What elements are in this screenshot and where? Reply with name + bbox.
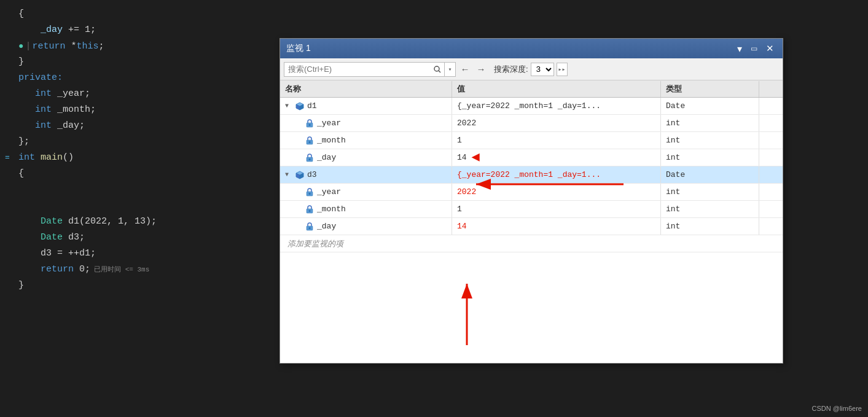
svg-line-1	[439, 71, 440, 72]
code-line: {	[0, 166, 276, 182]
svg-point-0	[434, 66, 439, 71]
d3-value: {_year=2022 _month=1 _day=1...	[452, 166, 661, 183]
lock-icon	[305, 187, 315, 197]
row-name-d1-year: _year	[280, 115, 452, 131]
col-header-name: 名称	[280, 81, 452, 97]
lock-icon	[305, 153, 315, 163]
field-name: _day	[317, 222, 336, 231]
d3-month-value: 1	[452, 201, 661, 217]
table-row[interactable]: _month 1 int	[280, 132, 783, 149]
code-line: }	[0, 54, 276, 70]
table-row[interactable]: _year 2022 int	[280, 184, 783, 201]
code-line: int _year;	[0, 86, 276, 102]
code-line: int _day;	[0, 118, 276, 134]
field-name: _year	[317, 187, 341, 197]
field-name: _day	[317, 153, 336, 162]
svg-rect-11	[309, 158, 311, 160]
d1-value: {_year=2022 _month=1 _day=1...	[452, 98, 661, 114]
watch-window: 监视 1 ▾ ▭ ✕ ▾ ← → 搜索深度: 3 1 2 4 5 ▸▸	[280, 38, 783, 364]
table-row[interactable]: _month 1 int	[280, 201, 783, 218]
svg-rect-21	[309, 227, 311, 229]
add-watch-label: 添加要监视的项	[287, 238, 343, 249]
depth-label: 搜索深度:	[494, 64, 528, 75]
col-header-value: 值	[452, 81, 661, 97]
field-name: _month	[317, 205, 346, 214]
object-icon	[295, 101, 305, 111]
row-name-d3-month: _month	[280, 201, 452, 217]
svg-rect-17	[309, 193, 311, 195]
table-header: 名称 值 类型	[280, 80, 783, 98]
watch-window-title: 监视 1	[286, 43, 311, 54]
watch-titlebar: 监视 1 ▾ ▭ ✕	[280, 39, 783, 58]
expand-button[interactable]: ▸▸	[557, 63, 568, 76]
svg-rect-7	[309, 124, 311, 126]
lock-icon	[305, 222, 315, 232]
d3-name: d3	[307, 170, 317, 179]
depth-select[interactable]: 3 1 2 4 5	[531, 63, 554, 76]
table-row[interactable]: _year 2022 int	[280, 115, 783, 132]
annotation: CSDN @lim6ere	[812, 405, 862, 412]
lock-icon	[305, 119, 315, 128]
pin-button[interactable]: ▾	[735, 42, 745, 55]
row-name-d1: ▼ d1	[280, 98, 452, 114]
table-row[interactable]: _day 14 ◀ int	[280, 149, 783, 166]
back-button[interactable]: ←	[458, 63, 472, 76]
row-name-d1-month: _month	[280, 132, 452, 149]
code-line: Date d1(2022, 1, 13);	[0, 214, 276, 230]
d1-day-type: int	[661, 149, 759, 166]
code-line: int _month;	[0, 102, 276, 118]
code-line: Date d3;	[0, 230, 276, 246]
add-watch-row[interactable]: 添加要监视的项	[280, 235, 783, 252]
table-row[interactable]: _day 14 int	[280, 218, 783, 235]
table-row[interactable]: ▼ d3 {_year=2022 _month=1 _day=1... Date	[280, 166, 783, 184]
forward-button[interactable]: →	[474, 63, 488, 76]
d3-month-type: int	[661, 201, 759, 217]
code-line: };	[0, 134, 276, 150]
titlebar-controls: ▾ ▭ ✕	[735, 42, 776, 55]
d1-year-type: int	[661, 115, 759, 131]
search-box[interactable]: ▾	[284, 62, 456, 77]
d1-year-value: 2022	[452, 115, 661, 131]
lock-icon	[305, 136, 315, 146]
col-header-type: 类型	[661, 81, 759, 97]
restore-button[interactable]: ▭	[748, 44, 760, 53]
d1-month-type: int	[661, 132, 759, 149]
search-icon[interactable]	[431, 63, 444, 76]
code-line	[0, 182, 276, 198]
field-name: _month	[317, 136, 346, 145]
d1-day-value: 14 ◀	[452, 149, 661, 166]
code-line: ● | return * this ;	[0, 38, 276, 54]
collapse-triangle[interactable]: ▼	[285, 103, 292, 109]
code-line	[0, 198, 276, 214]
row-name-d3: ▼ d3	[280, 166, 452, 183]
code-line: }	[0, 278, 276, 294]
code-line: {	[0, 6, 276, 22]
table-row[interactable]: ▼ d1 {_year=2022 _month=1 _day=1... Date	[280, 98, 783, 115]
field-name: _year	[317, 119, 341, 128]
search-input[interactable]	[284, 63, 431, 75]
arrow-right-d1: ◀	[472, 151, 480, 165]
lock-icon	[305, 205, 315, 214]
time-annotation: 已用时间 <= 3ms	[94, 262, 149, 278]
d1-type: Date	[661, 98, 759, 114]
code-line: private:	[0, 70, 276, 86]
close-button[interactable]: ✕	[764, 42, 776, 55]
d3-type: Date	[661, 166, 759, 183]
d1-name: d1	[307, 101, 317, 111]
d3-year-value: 2022	[452, 184, 661, 200]
search-dropdown-arrow[interactable]: ▾	[444, 63, 455, 76]
code-editor: { _day += 1; ● | return * this ; } priva…	[0, 0, 276, 417]
row-name-d1-day: _day	[280, 149, 452, 166]
d3-year-type: int	[661, 184, 759, 200]
d3-day-value: 14	[452, 218, 661, 235]
collapse-triangle[interactable]: ▼	[285, 171, 292, 178]
svg-rect-9	[309, 141, 311, 143]
svg-rect-19	[309, 210, 311, 212]
code-line: return 0; 已用时间 <= 3ms	[0, 262, 276, 278]
watch-table: 名称 值 类型 ▼ d1 {_year=2022 _month=1 _day=1…	[280, 80, 783, 363]
code-line: _day += 1;	[0, 22, 276, 38]
object-icon	[295, 170, 305, 180]
code-line: d3 = ++d1;	[0, 246, 276, 262]
row-name-d3-year: _year	[280, 184, 452, 200]
watch-toolbar: ▾ ← → 搜索深度: 3 1 2 4 5 ▸▸	[280, 58, 783, 80]
